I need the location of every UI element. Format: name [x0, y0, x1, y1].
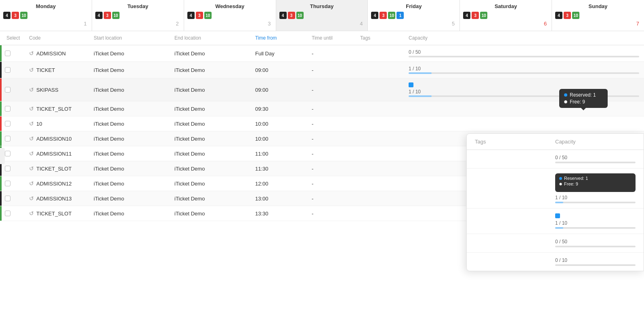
- code-cell: ↺ADMISSION11: [24, 146, 89, 161]
- select-cell: [0, 63, 24, 77]
- row-border: [0, 45, 2, 61]
- day-badges: 4310: [276, 12, 368, 19]
- tags-cell: [355, 209, 404, 217]
- refresh-icon[interactable]: ↺: [29, 50, 34, 57]
- panel-blue-block: [555, 213, 560, 218]
- refresh-icon[interactable]: ↺: [29, 180, 34, 187]
- row-checkbox[interactable]: [5, 196, 10, 201]
- capacity-cell: [404, 120, 644, 128]
- badge-red: 3: [104, 12, 111, 19]
- select-cell: [0, 192, 24, 205]
- th-start_location[interactable]: Start location: [89, 31, 170, 45]
- refresh-icon[interactable]: ↺: [29, 105, 34, 112]
- calendar-day-thursday[interactable]: Thursday43104: [276, 0, 368, 31]
- capacity-tooltip-popup: Reserved: 1 Free: 9: [559, 89, 608, 108]
- day-number: 7: [552, 21, 644, 29]
- time-from-cell: 09:00: [250, 63, 307, 77]
- end-location-cell: iTicket Demo: [170, 192, 250, 206]
- row-border: [0, 116, 2, 131]
- time-until-cell: -: [307, 132, 355, 146]
- refresh-icon[interactable]: ↺: [29, 165, 34, 172]
- code-value: SKIPASS: [36, 87, 59, 93]
- start-location-cell: iTicket Demo: [89, 63, 170, 77]
- time-from-cell: 09:00: [250, 83, 307, 97]
- day-name-label: Sunday: [552, 3, 644, 9]
- calendar-day-tuesday[interactable]: Tuesday43102: [92, 0, 184, 31]
- select-cell: [0, 83, 24, 97]
- row-checkbox[interactable]: [5, 151, 10, 156]
- table-header: SelectCodeStart locationEnd locationTime…: [0, 31, 644, 45]
- code-value: ADMISSION12: [36, 181, 71, 187]
- panel-capacity-text: 1 / 10: [555, 195, 636, 200]
- badge-red: 3: [196, 12, 203, 19]
- day-name-label: Friday: [368, 3, 459, 9]
- badge-green: 10: [296, 12, 304, 19]
- time-from-cell: 10:00: [250, 117, 307, 131]
- time-until-cell: -: [307, 83, 355, 97]
- row-checkbox[interactable]: [5, 181, 10, 186]
- panel-rows: 0 / 50 Reserved: 1 Free: 9 1 / 101 / 100…: [467, 150, 644, 221]
- th-tags[interactable]: Tags: [355, 31, 404, 45]
- th-time_until[interactable]: Time until: [307, 31, 355, 45]
- start-location-cell: iTicket Demo: [89, 132, 170, 146]
- badge-red: 3: [472, 12, 479, 19]
- row-border: [0, 62, 2, 78]
- th-capacity[interactable]: Capacity: [404, 31, 644, 45]
- end-location-cell: iTicket Demo: [170, 46, 250, 61]
- badge-green: 10: [480, 12, 487, 19]
- select-cell: [0, 177, 24, 190]
- capacity-cell: 1 / 10: [404, 78, 644, 101]
- refresh-icon[interactable]: ↺: [29, 135, 34, 142]
- calendar-day-monday[interactable]: Monday43101: [0, 0, 92, 31]
- tags-cell: [355, 105, 404, 113]
- row-border: [0, 101, 2, 116]
- refresh-icon[interactable]: ↺: [29, 86, 34, 93]
- tags-cell: [355, 49, 404, 57]
- reserved-dot: [564, 93, 567, 97]
- refresh-icon[interactable]: ↺: [29, 120, 34, 127]
- day-badges: 4310: [552, 12, 644, 19]
- time-from-cell: 13:30: [250, 207, 307, 221]
- panel-bar-wrap: [555, 162, 636, 163]
- code-cell: ↺TICKET_SLOT: [24, 206, 89, 221]
- th-select[interactable]: Select: [0, 31, 24, 45]
- end-location-cell: iTicket Demo: [170, 147, 250, 161]
- row-checkbox[interactable]: [5, 106, 10, 112]
- badge-black: 4: [279, 12, 287, 19]
- row-checkbox[interactable]: [5, 136, 10, 141]
- day-number: 4: [276, 21, 368, 29]
- row-checkbox[interactable]: [5, 211, 10, 216]
- select-cell: [0, 117, 24, 131]
- row-checkbox[interactable]: [5, 51, 10, 56]
- code-cell: ↺ADMISSION: [24, 46, 89, 61]
- code-cell: ↺ADMISSION12: [24, 176, 89, 191]
- calendar-day-saturday[interactable]: Saturday43106: [460, 0, 552, 31]
- row-checkbox[interactable]: [5, 166, 10, 171]
- code-value: ADMISSION: [36, 51, 66, 57]
- th-code[interactable]: Code: [24, 31, 89, 45]
- time-from-cell: 10:00: [250, 132, 307, 146]
- code-cell: ↺TICKET: [24, 63, 89, 77]
- table-row: ↺TICKETiTicket DemoiTicket Demo09:00-1 /…: [0, 62, 644, 78]
- badge-blue: 1: [396, 12, 404, 19]
- row-checkbox[interactable]: [5, 121, 10, 126]
- row-checkbox[interactable]: [5, 87, 10, 93]
- badge-green: 10: [112, 12, 120, 19]
- badge-black: 4: [555, 12, 562, 19]
- refresh-icon[interactable]: ↺: [29, 195, 34, 202]
- refresh-icon[interactable]: ↺: [29, 150, 34, 157]
- tooltip-free-text: Free: 9: [570, 99, 585, 105]
- code-cell: ↺10: [24, 116, 89, 131]
- capacity-text: 1 / 10: [409, 66, 639, 72]
- calendar-day-sunday[interactable]: Sunday43107: [552, 0, 644, 31]
- row-checkbox[interactable]: [5, 67, 10, 73]
- row-border: [0, 131, 2, 146]
- calendar-day-friday[interactable]: Friday431015: [368, 0, 460, 31]
- free-dot: [564, 100, 567, 103]
- tags-cell: [355, 164, 404, 173]
- refresh-icon[interactable]: ↺: [29, 67, 34, 73]
- refresh-icon[interactable]: ↺: [29, 210, 34, 217]
- th-time_from[interactable]: Time from: [250, 31, 307, 45]
- calendar-day-wednesday[interactable]: Wednesday43103: [184, 0, 276, 31]
- th-end_location[interactable]: End location: [170, 31, 250, 45]
